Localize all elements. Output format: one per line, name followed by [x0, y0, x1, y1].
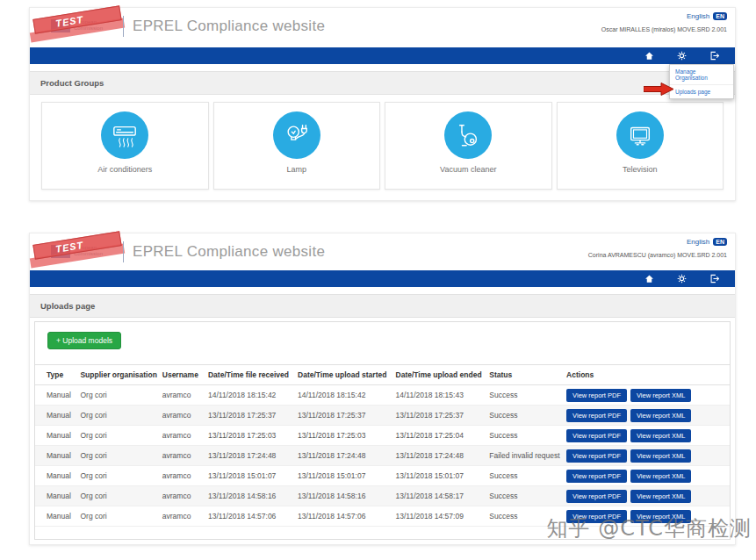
cell-ended: 13/11/2018 14:57:09 — [392, 506, 486, 527]
cell-actions: View report PDFView report XML — [563, 486, 730, 506]
view-report-xml-button[interactable]: View report XML — [630, 389, 691, 402]
lamp-icon — [273, 111, 320, 159]
cell-username: avramco — [159, 406, 205, 426]
cell-started: 13/11/2018 17:25:03 — [294, 426, 392, 446]
cell-actions: View report PDFView report XML — [563, 426, 730, 446]
cell-received: 13/11/2018 14:58:16 — [205, 486, 294, 506]
cell-supplier_org: Org cori — [76, 426, 158, 446]
table-row: ManualOrg coriavramco13/11/2018 17:25:37… — [35, 406, 730, 426]
eu-commission-logo: European Commission TEST — [37, 237, 125, 269]
screenshot-product-groups: European Commission TEST EPREL Complianc… — [29, 7, 736, 201]
cell-received: 13/11/2018 14:57:06 — [205, 506, 294, 527]
card-label: Lamp — [286, 165, 306, 174]
uploads-table: TypeSupplier organisationUsernameDate/Ti… — [35, 364, 730, 527]
cell-ended: 14/11/2018 18:15:43 — [392, 385, 486, 406]
cell-received: 14/11/2018 18:15:42 — [205, 385, 294, 406]
view-report-xml-button[interactable]: View report XML — [630, 449, 691, 463]
gear-icon[interactable] — [677, 51, 687, 61]
upload-models-button[interactable]: + Upload models — [47, 332, 121, 349]
cell-username: avramco — [159, 446, 205, 466]
site-header: European Commission TEST EPREL Complianc… — [30, 8, 735, 47]
cell-supplier_org: Org cori — [76, 486, 158, 506]
television-icon — [616, 111, 664, 159]
cell-username: avramco — [159, 486, 205, 506]
cell-actions: View report PDFView report XML — [563, 385, 730, 406]
gear-icon[interactable] — [677, 274, 687, 284]
cell-status: Success — [486, 385, 563, 406]
cell-supplier_org: Org cori — [76, 506, 158, 527]
cell-started: 13/11/2018 17:25:37 — [294, 406, 392, 426]
language-selector[interactable]: EN — [713, 12, 727, 20]
cell-supplier_org: Org cori — [76, 446, 158, 466]
air-conditioner-icon — [101, 111, 148, 159]
user-info: Oscar MIRALLES (miralos) MOVE.SRD 2.001 — [601, 26, 727, 32]
table-header-row: TypeSupplier organisationUsernameDate/Ti… — [35, 365, 730, 385]
view-report-xml-button[interactable]: View report XML — [630, 470, 691, 483]
card-label: Air conditioners — [97, 165, 152, 174]
section-label: Product Groups — [40, 78, 104, 88]
cell-status: Success — [486, 406, 563, 426]
table-row: ManualOrg coriavramco13/11/2018 17:25:03… — [35, 426, 730, 446]
cell-started: 13/11/2018 14:58:16 — [294, 486, 392, 506]
view-report-xml-button[interactable]: View report XML — [630, 490, 691, 503]
cell-actions: View report PDFView report XML — [563, 466, 730, 486]
cell-type: Manual — [35, 446, 76, 466]
column-header: Status — [486, 365, 563, 385]
cell-actions: View report PDFView report XML — [563, 446, 730, 466]
settings-dropdown-menu: Manage Organisation Uploads page — [669, 64, 734, 99]
table-row: ManualOrg coriavramco14/11/2018 18:15:42… — [35, 385, 730, 406]
column-header: Type — [35, 365, 76, 385]
site-header: European Commission TEST EPREL Complianc… — [30, 233, 735, 270]
eu-commission-logo: European Commission TEST — [37, 11, 125, 43]
view-report-pdf-button[interactable]: View report PDF — [566, 470, 627, 483]
cell-type: Manual — [35, 486, 76, 506]
card-lamp[interactable]: Lamp — [213, 102, 381, 190]
uploads-panel: + Upload models TypeSupplier organisatio… — [34, 321, 731, 540]
cell-received: 13/11/2018 17:25:37 — [205, 406, 294, 426]
cell-received: 13/11/2018 17:24:48 — [205, 446, 294, 466]
view-report-pdf-button[interactable]: View report PDF — [566, 449, 627, 463]
cell-status: Success — [486, 426, 563, 446]
card-label: Vacuum cleaner — [440, 165, 496, 174]
language-label: English — [687, 12, 709, 20]
sign-out-icon[interactable] — [709, 274, 719, 284]
view-report-pdf-button[interactable]: View report PDF — [566, 389, 627, 402]
column-header: Username — [159, 365, 205, 385]
red-arrow-annotation — [644, 83, 674, 96]
cell-status: Success — [486, 486, 563, 506]
view-report-pdf-button[interactable]: View report PDF — [566, 429, 627, 442]
home-icon[interactable] — [644, 51, 654, 61]
cell-received: 13/11/2018 17:25:03 — [205, 426, 294, 446]
cell-status: Success — [486, 466, 563, 486]
view-report-pdf-button[interactable]: View report PDF — [566, 409, 627, 422]
cell-actions: View report PDFView report XML — [563, 406, 730, 426]
view-report-xml-button[interactable]: View report XML — [630, 429, 691, 442]
section-bar-product-groups: Product Groups — [30, 71, 735, 95]
column-header: Date/Time upload started — [294, 365, 392, 385]
menu-item-manage-organisation[interactable]: Manage Organisation — [670, 65, 733, 84]
menu-item-uploads-page[interactable]: Uploads page — [670, 84, 733, 98]
vacuum-cleaner-icon — [444, 111, 492, 159]
sign-out-icon[interactable] — [709, 51, 719, 61]
table-row: ManualOrg coriavramco13/11/2018 17:24:48… — [35, 446, 730, 466]
card-air-conditioners[interactable]: Air conditioners — [41, 102, 209, 190]
cell-received: 13/11/2018 15:01:07 — [205, 466, 294, 486]
card-vacuum-cleaner[interactable]: Vacuum cleaner — [385, 102, 552, 190]
cell-started: 13/11/2018 14:57:06 — [294, 506, 392, 527]
cell-started: 13/11/2018 17:24:48 — [294, 446, 392, 466]
language-selector[interactable]: EN — [713, 238, 727, 246]
cell-started: 14/11/2018 18:15:42 — [294, 385, 392, 406]
cell-ended: 13/11/2018 14:58:17 — [392, 486, 486, 506]
cell-supplier_org: Org cori — [76, 385, 158, 406]
column-header: Actions — [563, 365, 730, 385]
view-report-xml-button[interactable]: View report XML — [630, 409, 691, 422]
section-bar-uploads-page: Uploads page — [30, 294, 735, 318]
home-icon[interactable] — [644, 274, 654, 284]
site-title: EPREL Compliance website — [133, 243, 325, 261]
cell-supplier_org: Org cori — [76, 466, 158, 486]
card-television[interactable]: Television — [557, 102, 724, 190]
view-report-pdf-button[interactable]: View report PDF — [566, 490, 627, 503]
screenshot-uploads-page: European Commission TEST EPREL Complianc… — [29, 233, 736, 545]
product-group-cards: Air conditioners Lamp Vacuum cleaner — [30, 95, 735, 190]
logo-divider — [123, 241, 124, 262]
